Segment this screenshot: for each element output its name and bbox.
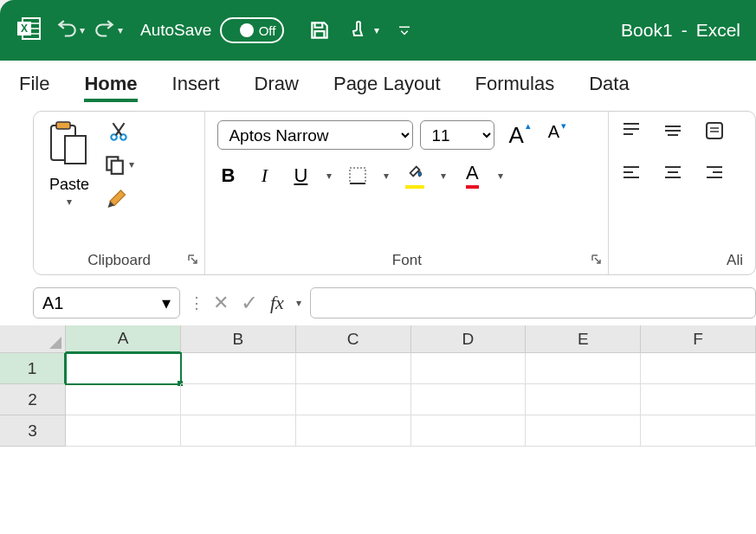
paste-label: Paste	[49, 176, 89, 194]
paste-dropdown[interactable]: ▾	[67, 196, 72, 208]
tab-page-layout[interactable]: Page Layout	[333, 66, 441, 102]
qat-customize-button[interactable]	[397, 23, 412, 38]
cell-b2[interactable]	[181, 384, 296, 415]
cell-e2[interactable]	[526, 384, 641, 415]
alignment-group-label: Ali	[621, 247, 743, 269]
cell-a3[interactable]	[66, 415, 181, 447]
tab-formulas[interactable]: Formulas	[475, 66, 555, 102]
row-header-1[interactable]: 1	[0, 353, 66, 384]
cut-button[interactable]	[107, 120, 130, 143]
redo-button[interactable]: ▾	[94, 19, 123, 42]
autosave-state: Off	[259, 23, 276, 38]
insert-function-button[interactable]: fx	[270, 292, 284, 314]
font-name-select[interactable]: Aptos Narrow	[217, 120, 413, 150]
tab-draw[interactable]: Draw	[255, 66, 299, 102]
tab-insert[interactable]: Insert	[172, 66, 220, 102]
column-header-e[interactable]: E	[526, 325, 641, 353]
formula-bar: A1 ▾ ⋮ ✕ ✓ fx ▾	[33, 284, 756, 322]
underline-dropdown[interactable]: ▾	[326, 170, 332, 182]
cell-f1[interactable]	[641, 353, 756, 384]
copy-button[interactable]: ▾	[103, 153, 134, 176]
svg-rect-8	[56, 122, 70, 129]
clipboard-group-label: Clipboard	[46, 247, 192, 269]
italic-button[interactable]: I	[254, 164, 275, 187]
column-header-c[interactable]: C	[296, 325, 411, 353]
cell-c2[interactable]	[296, 384, 411, 415]
svg-rect-9	[65, 136, 86, 164]
tab-data[interactable]: Data	[589, 66, 629, 102]
clipboard-dialog-launcher[interactable]	[187, 254, 199, 269]
cell-c3[interactable]	[296, 415, 411, 447]
align-right-button[interactable]	[704, 162, 725, 186]
fill-color-button[interactable]	[404, 162, 425, 189]
align-center-button[interactable]	[662, 162, 683, 186]
formula-input[interactable]	[310, 287, 756, 318]
font-dialog-launcher[interactable]	[591, 254, 603, 269]
column-header-d[interactable]: D	[411, 325, 527, 353]
cell-f3[interactable]	[641, 415, 756, 447]
autosave-toggle[interactable]: Off	[220, 17, 284, 43]
column-header-f[interactable]: F	[641, 325, 756, 353]
cell-e3[interactable]	[526, 415, 641, 447]
tab-file[interactable]: File	[19, 66, 49, 102]
select-all-corner[interactable]	[0, 325, 66, 353]
grow-font-button[interactable]: A▴	[508, 122, 523, 149]
title-bar: X ▾ ▾ AutoSave Off ▾	[0, 0, 756, 61]
undo-button[interactable]: ▾	[55, 19, 85, 42]
align-top-button[interactable]	[621, 120, 642, 145]
svg-rect-24	[707, 123, 722, 138]
enter-formula-button[interactable]: ✓	[241, 291, 258, 315]
cell-a1[interactable]	[66, 353, 181, 384]
align-left-button[interactable]	[621, 162, 642, 186]
shrink-font-button[interactable]: A▾	[548, 122, 559, 149]
divider-icon: ⋮	[189, 293, 204, 312]
font-group-label: Font	[217, 247, 596, 269]
svg-rect-16	[350, 168, 365, 183]
fx-dropdown[interactable]: ▾	[296, 297, 301, 309]
align-middle-button[interactable]	[662, 120, 683, 145]
cell-f2[interactable]	[641, 384, 756, 415]
ribbon: Paste ▾ ▾ Clipboard	[33, 111, 756, 275]
fill-color-dropdown[interactable]: ▾	[441, 170, 446, 182]
cell-d3[interactable]	[411, 415, 527, 447]
name-box[interactable]: A1 ▾	[33, 287, 180, 318]
align-bottom-button[interactable]	[704, 120, 725, 145]
touch-mode-button[interactable]: ▾	[348, 20, 379, 41]
cell-d2[interactable]	[411, 384, 527, 415]
font-size-select[interactable]: 11	[420, 120, 494, 150]
underline-button[interactable]: U	[290, 164, 311, 187]
column-header-b[interactable]: B	[181, 325, 296, 353]
cell-c1[interactable]	[296, 353, 411, 384]
cancel-formula-button[interactable]: ✕	[213, 292, 229, 314]
document-title: Book1 - Excel	[621, 20, 740, 41]
autosave-label: AutoSave	[140, 21, 211, 40]
cell-a2[interactable]	[66, 384, 181, 415]
paste-button[interactable]: Paste ▾	[46, 120, 93, 247]
svg-text:X: X	[21, 23, 28, 35]
font-color-button[interactable]: A	[462, 162, 482, 189]
column-header-a[interactable]: A	[66, 325, 181, 353]
name-box-dropdown[interactable]: ▾	[162, 293, 171, 313]
toggle-dot-icon	[240, 23, 254, 37]
row-header-3[interactable]: 3	[0, 415, 66, 447]
save-button[interactable]	[308, 19, 331, 42]
borders-dropdown[interactable]: ▾	[384, 170, 389, 182]
bold-button[interactable]: B	[217, 164, 238, 187]
tab-home[interactable]: Home	[84, 66, 137, 102]
cell-b1[interactable]	[181, 353, 296, 384]
excel-logo-icon: X	[16, 15, 43, 46]
row-header-2[interactable]: 2	[0, 384, 66, 415]
cell-b3[interactable]	[181, 415, 296, 447]
cell-d1[interactable]	[411, 353, 527, 384]
cell-e1[interactable]	[526, 353, 641, 384]
spreadsheet-grid: A B C D E F 1 2 3	[0, 325, 756, 447]
svg-rect-15	[112, 161, 123, 174]
format-painter-button[interactable]	[106, 186, 132, 212]
ribbon-tabs: File Home Insert Draw Page Layout Formul…	[0, 61, 756, 107]
font-color-dropdown[interactable]: ▾	[498, 170, 503, 182]
borders-button[interactable]	[347, 165, 368, 186]
